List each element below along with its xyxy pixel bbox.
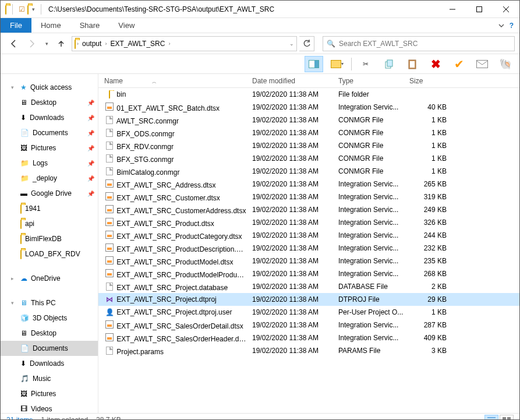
folder-icon [5,5,6,13]
qat-dropdown-icon[interactable]: ▾ [32,6,35,12]
file-row[interactable]: BFX_RDV.conmgr19/02/2020 11:38 AMCONMGR … [98,139,519,152]
file-size: 244 KB [404,231,456,239]
file-icon [104,90,115,98]
file-row[interactable]: bin19/02/2020 11:38 AMFile folder [98,88,519,101]
recent-locations-button[interactable]: ▾ [43,36,51,52]
back-button[interactable] [5,36,22,52]
minimize-button[interactable] [439,1,466,18]
selection-count: 1 item selected [41,416,88,420]
file-row[interactable]: EXT_AWLT_SRC_ProductDescription.dtsx19/0… [98,242,519,255]
file-row[interactable]: 👤 EXT_AWLT_SRC_Project.dtproj.user19/02/… [98,306,519,319]
file-tab[interactable]: File [1,18,31,33]
sidebar-item[interactable]: api [1,216,98,231]
up-button[interactable] [53,36,69,52]
column-date[interactable]: Date modified [246,77,332,85]
chevron-right-icon[interactable]: › [168,41,170,47]
qat-properties-icon[interactable]: ☑ [19,5,25,13]
file-row[interactable]: EXT_AWLT_SRC_Customer.dtsx19/02/2020 11:… [98,190,519,203]
sidebar-item[interactable]: 📁_deploy📌 [1,171,98,186]
file-row[interactable]: BimlCatalog.conmgr19/02/2020 11:38 AMCON… [98,165,519,178]
maximize-button[interactable] [466,1,493,18]
file-type: Integration Servic... [332,270,404,278]
file-size: 232 KB [404,244,456,252]
refresh-button[interactable] [299,36,314,51]
file-name: EXT_AWLT_SRC_ProductModelProductDe... [116,271,246,279]
delete-button[interactable]: ✖ [426,56,445,72]
column-type[interactable]: Type [332,77,404,85]
rename-button[interactable]: ✔ [450,56,468,72]
sidebar-item[interactable]: 🖥Desktop📌 [1,95,98,110]
file-row[interactable]: ⋈ EXT_AWLT_SRC_Project.dtproj19/02/2020 … [98,293,519,306]
quick-access-header[interactable]: ▾★Quick access [1,80,98,95]
chevron-right-icon[interactable]: › [77,41,79,47]
file-row[interactable]: BFX_ODS.conmgr19/02/2020 11:38 AMCONMGR … [98,126,519,139]
preview-pane-button[interactable] [305,56,323,72]
file-type: Integration Servic... [332,334,404,342]
forward-button[interactable] [24,36,40,52]
sidebar-item[interactable]: 🎵Music [1,371,98,386]
qat-newfolder-icon[interactable] [27,5,29,13]
sidebar-item[interactable]: BimlFlexDB [1,231,98,246]
file-name: EXT_AWLT_SRC_Product.dtsx [116,220,214,228]
item-label: Desktop [31,98,56,107]
sidebar-item[interactable]: ⬇Downloads📌 [1,110,98,125]
breadcrumb-output[interactable]: output [80,40,104,48]
sort-indicator: ︿ [152,79,157,84]
sidebar-item[interactable]: 🖥Desktop [1,326,98,341]
search-input[interactable] [339,40,511,48]
file-row[interactable]: EXT_AWLT_SRC_Project.database19/02/2020 … [98,280,519,293]
ribbon-expand-button[interactable]: ? [492,18,519,33]
file-row[interactable]: EXT_AWLT_SRC_ProductModelProductDe...19/… [98,267,519,280]
cut-button[interactable]: ✂ [356,56,375,72]
sidebar-item[interactable]: 🧊3D Objects [1,310,98,326]
close-button[interactable] [493,1,519,18]
sidebar-item[interactable]: 🎞Videos [1,401,98,413]
address-bar[interactable]: › output › EXT_AWLT_SRC › ⌄ [72,36,297,51]
sidebar-item[interactable]: 🖼Pictures📌 [1,140,98,156]
onedrive-header[interactable]: ▸☁OneDrive [1,271,98,286]
email-button[interactable] [473,56,491,72]
file-row[interactable]: EXT_AWLT_SRC_SalesOrderDetail.dtsx19/02/… [98,319,519,331]
paste-button[interactable] [403,56,422,72]
sidebar-item[interactable]: 📄Documents📌 [1,125,98,140]
search-box[interactable]: 🔍 [323,36,515,51]
file-row[interactable]: Project.params19/02/2020 11:38 AMPARAMS … [98,344,519,357]
item-label: Downloads [30,114,64,122]
sidebar-item[interactable]: 🖼Pictures [1,386,98,401]
file-row[interactable]: BFX_STG.conmgr19/02/2020 11:38 AMCONMGR … [98,152,519,165]
thumbnails-view-button[interactable] [500,415,514,420]
address-dropdown-icon[interactable]: ⌄ [289,41,294,47]
copy-button[interactable] [380,56,398,72]
pin-icon: 📌 [87,175,94,182]
file-row[interactable]: EXT_AWLT_SRC_ProductCategory.dtsx19/02/2… [98,229,519,242]
sidebar-item[interactable]: ⬇Downloads [1,356,98,371]
help-icon[interactable]: ? [510,22,514,30]
file-row[interactable]: EXT_AWLT_SRC_Product.dtsx19/02/2020 11:3… [98,216,519,229]
breadcrumb-ext-awlt-src[interactable]: EXT_AWLT_SRC [108,40,167,48]
file-type: CONMGR File [332,142,404,150]
file-row[interactable]: AWLT_SRC.conmgr19/02/2020 11:38 AMCONMGR… [98,114,519,126]
file-date: 19/02/2020 11:38 AM [246,257,332,265]
file-date: 19/02/2020 11:38 AM [246,180,332,188]
sidebar-item[interactable]: 1941 [1,201,98,216]
file-row[interactable]: EXT_AWLT_SRC_ProductModel.dtsx19/02/2020… [98,255,519,267]
file-row[interactable]: EXT_AWLT_SRC_CustomerAddress.dtsx19/02/2… [98,203,519,216]
this-pc-header[interactable]: ▾🖥This PC [1,295,98,310]
column-size[interactable]: Size [404,77,456,85]
column-name[interactable]: Name︿ [98,77,246,85]
file-row[interactable]: EXT_AWLT_SRC_SalesOrderHeader.dtsx19/02/… [98,331,519,344]
file-row[interactable]: 01_EXT_AWLT_SRC_Batch.dtsx19/02/2020 11:… [98,101,519,114]
sidebar-item[interactable]: ▬Google Drive📌 [1,186,98,201]
sidebar-item[interactable]: 📄Documents [1,341,98,356]
tab-home[interactable]: Home [31,18,70,33]
tab-share[interactable]: Share [70,18,109,33]
sidebar-item[interactable]: 📁Logs📌 [1,156,98,171]
chevron-right-icon[interactable]: › [105,41,107,47]
file-row[interactable]: EXT_AWLT_SRC_Address.dtsx19/02/2020 11:3… [98,178,519,190]
details-view-button[interactable] [484,415,498,420]
details-pane-button[interactable]: ▾ [328,56,346,72]
shell-icon[interactable]: 🐚 [496,56,515,72]
item-label: api [25,220,34,228]
tab-view[interactable]: View [109,18,144,33]
sidebar-item[interactable]: LOAD_BFX_RDV [1,246,98,262]
